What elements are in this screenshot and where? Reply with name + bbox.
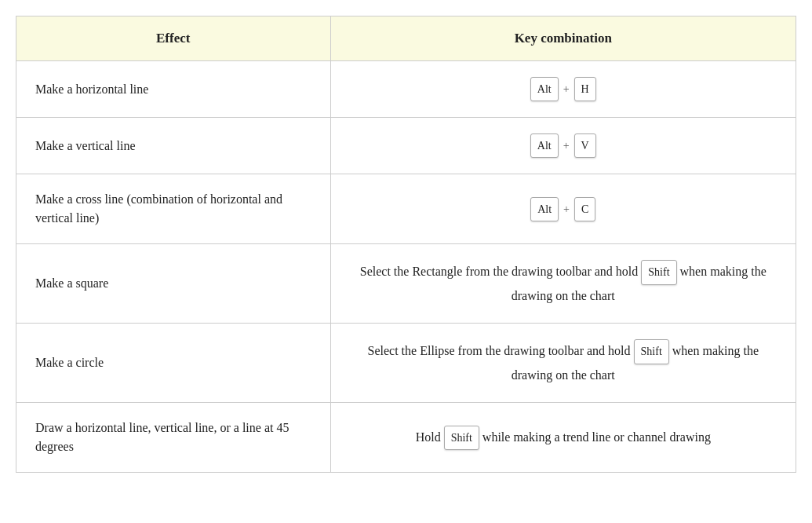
kbd-combo: Alt+C — [530, 197, 595, 221]
key-badge: H — [574, 77, 596, 101]
key-badge: Alt — [530, 197, 559, 221]
table-row: Make a vertical lineAlt+V — [16, 118, 796, 174]
plus-sign: + — [563, 136, 570, 155]
kbd-combo: Alt+V — [530, 133, 596, 158]
table-row: Draw a horizontal line, vertical line, o… — [16, 403, 796, 473]
key-badge: Shift — [641, 260, 676, 284]
key-combination-column-header: Key combination — [330, 16, 796, 61]
effect-cell: Make a circle — [16, 324, 330, 403]
kbd-combo: Alt+H — [530, 77, 596, 101]
key-description: Hold Shift while making a trend line or … — [416, 430, 711, 444]
plus-sign: + — [563, 199, 570, 219]
key-cell: Alt+C — [330, 174, 796, 244]
key-badge: Shift — [634, 339, 669, 364]
key-description: Select the Rectangle from the drawing to… — [360, 265, 766, 302]
key-badge: V — [574, 133, 596, 158]
key-badge: C — [574, 197, 595, 221]
key-description: Select the Ellipse from the drawing tool… — [368, 344, 759, 381]
key-cell: Alt+H — [330, 61, 796, 118]
effect-cell: Make a horizontal line — [16, 61, 330, 118]
table-row: Make a circleSelect the Ellipse from the… — [16, 324, 796, 403]
key-cell: Alt+V — [330, 118, 796, 174]
key-cell: Hold Shift while making a trend line or … — [330, 403, 796, 473]
key-badge: Shift — [444, 426, 479, 450]
table-row: Make a cross line (combination of horizo… — [16, 174, 796, 244]
key-badge: Alt — [530, 133, 559, 158]
key-badge: Alt — [530, 77, 559, 101]
table-row: Make a horizontal lineAlt+H — [16, 61, 796, 118]
effect-cell: Draw a horizontal line, vertical line, o… — [16, 403, 330, 473]
keyboard-shortcuts-table: Effect Key combination Make a horizontal… — [16, 16, 796, 473]
plus-sign: + — [563, 79, 570, 99]
effect-cell: Make a vertical line — [16, 118, 330, 174]
effect-column-header: Effect — [16, 16, 330, 61]
table-header-row: Effect Key combination — [16, 16, 796, 61]
table-row: Make a squareSelect the Rectangle from t… — [16, 244, 796, 324]
key-cell: Select the Rectangle from the drawing to… — [330, 244, 796, 324]
effect-cell: Make a square — [16, 244, 330, 324]
key-cell: Select the Ellipse from the drawing tool… — [330, 324, 796, 403]
effect-cell: Make a cross line (combination of horizo… — [16, 174, 330, 244]
